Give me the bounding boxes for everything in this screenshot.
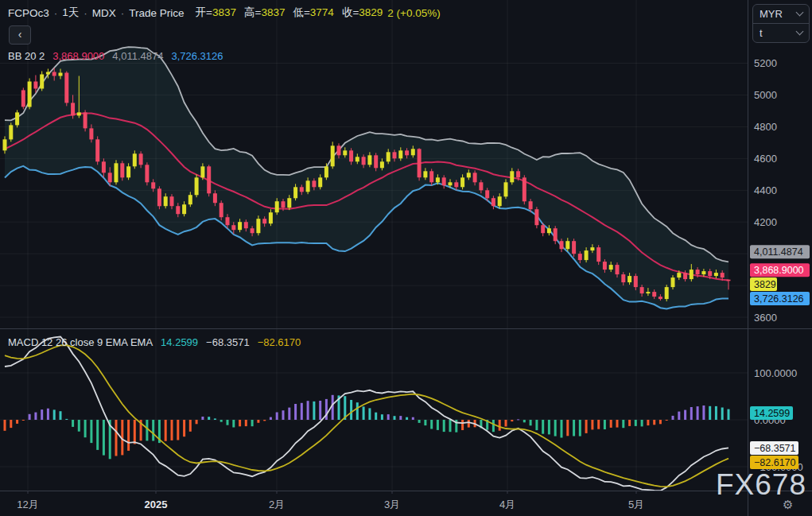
bb-value: 3,868.9000 [52,50,104,62]
ohlc-values: 开=3837高=3837低=3774收=3829 [196,6,383,20]
bb-value: 3,726.3126 [171,50,223,62]
macd-value: 14.2599 [161,336,198,348]
svg-text:4800: 4800 [754,121,777,133]
bb-indicator-values: 3,868.90004,011.48743,726.3126 [52,50,231,62]
chart-canvas[interactable]: 520050004800460044004200400038003600100.… [0,0,812,516]
svg-text:4,011.4874: 4,011.4874 [754,246,803,258]
macd-value: −82.6170 [258,336,301,348]
svg-text:4400: 4400 [754,184,777,196]
svg-text:100.0000: 100.0000 [754,367,797,379]
collapse-legend-button[interactable]: ‹ [9,25,31,45]
chart-window: 520050004800460044004200400038003600100.… [0,0,812,516]
symbol-name[interactable]: FCPOc3 [8,7,49,19]
svg-text:4月: 4月 [499,499,515,510]
svg-text:12月: 12月 [17,499,38,510]
bb-indicator-legend[interactable]: BB 20 2 3,868.90004,011.48743,726.3126 [8,50,231,62]
ohlc-field: 开=3837 [196,6,236,20]
symbol-legend[interactable]: FCPOc3 · 1天 · MDX · Trade Price 开=3837高=… [8,6,441,20]
chevron-down-icon [796,28,804,36]
svg-text:3月: 3月 [384,499,400,510]
svg-text:−68.3571: −68.3571 [754,443,796,454]
ohlc-field: 收=3829 [342,6,383,20]
separator: · [54,7,58,19]
change-value: 2 (+0.05%) [387,7,440,19]
separator: · [121,7,125,19]
bb-indicator-title: BB 20 2 [8,50,45,62]
interval-label[interactable]: 1天 [62,6,79,20]
macd-indicator-values: 14.2599−68.3571−82.6170 [161,336,309,348]
svg-text:2025: 2025 [145,499,168,510]
ohlc-field: 高=3837 [244,6,285,20]
svg-text:5200: 5200 [754,57,777,69]
svg-text:4200: 4200 [754,216,777,228]
macd-value: −68.3571 [206,336,250,348]
svg-text:5月: 5月 [628,499,644,510]
unit-dropdown[interactable]: t [753,23,809,42]
separator: · [84,7,87,19]
svg-text:3829: 3829 [754,279,776,290]
svg-text:3,726.3126: 3,726.3126 [754,293,804,305]
svg-text:4600: 4600 [754,153,777,165]
svg-text:14.2599: 14.2599 [754,408,790,419]
svg-text:3600: 3600 [754,312,777,324]
exchange-label: MDX [92,7,116,19]
currency-unit-selector: MYR t [752,4,810,43]
svg-text:−82.6170: −82.6170 [754,457,796,468]
currency-value: MYR [760,8,783,20]
svg-text:3,868.9000: 3,868.9000 [754,265,804,276]
ohlc-field: 低=3774 [293,6,333,20]
series-type-label: Trade Price [129,7,184,19]
macd-indicator-legend[interactable]: MACD 12 26 close 9 EMA EMA 14.2599−68.35… [8,336,309,348]
macd-indicator-title: MACD 12 26 close 9 EMA EMA [8,336,153,348]
svg-text:5000: 5000 [754,89,777,101]
currency-dropdown[interactable]: MYR [753,5,809,23]
fx678-watermark: FX678 [716,468,806,502]
chevron-down-icon [796,9,804,17]
bb-value: 4,011.4874 [112,50,163,62]
unit-value: t [760,27,763,39]
svg-text:2月: 2月 [269,499,285,510]
